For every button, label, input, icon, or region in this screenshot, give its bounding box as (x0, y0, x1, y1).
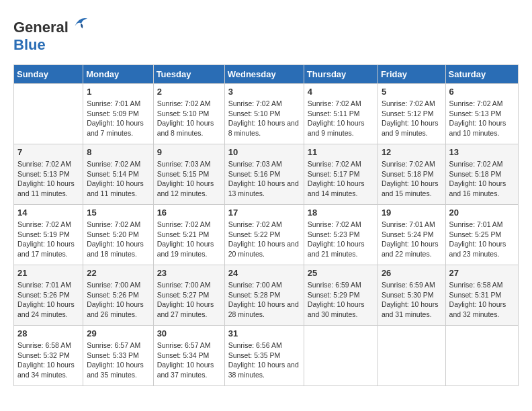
day-info: Sunrise: 7:02 AMSunset: 5:19 PMDaylight:… (17, 220, 79, 259)
day-number: 18 (308, 208, 374, 218)
day-number: 24 (228, 268, 300, 278)
calendar-cell: 12Sunrise: 7:02 AMSunset: 5:18 PMDayligh… (378, 144, 445, 205)
day-info: Sunrise: 7:02 AMSunset: 5:18 PMDaylight:… (449, 159, 515, 199)
day-info: Sunrise: 7:02 AMSunset: 5:17 PMDaylight:… (308, 159, 374, 199)
calendar-cell: 18Sunrise: 7:02 AMSunset: 5:23 PMDayligh… (304, 205, 378, 265)
calendar-cell: 15Sunrise: 7:02 AMSunset: 5:20 PMDayligh… (83, 205, 153, 265)
weekday-header-tuesday: Tuesday (153, 65, 224, 84)
day-number: 20 (449, 208, 515, 218)
day-info: Sunrise: 7:02 AMSunset: 5:20 PMDaylight:… (87, 220, 149, 259)
day-number: 15 (87, 208, 149, 218)
day-info: Sunrise: 7:02 AMSunset: 5:22 PMDaylight:… (228, 220, 300, 259)
day-info: Sunrise: 6:58 AMSunset: 5:32 PMDaylight:… (17, 340, 79, 380)
day-number: 3 (228, 87, 300, 97)
logo: General Blue (13, 13, 89, 54)
calendar-cell: 3Sunrise: 7:02 AMSunset: 5:10 PMDaylight… (224, 84, 304, 144)
day-info: Sunrise: 6:57 AMSunset: 5:34 PMDaylight:… (157, 340, 221, 380)
day-number: 14 (17, 208, 79, 218)
calendar-cell: 19Sunrise: 7:01 AMSunset: 5:24 PMDayligh… (378, 205, 445, 265)
day-info: Sunrise: 7:02 AMSunset: 5:11 PMDaylight:… (308, 99, 374, 138)
calendar-cell (304, 326, 378, 386)
calendar-cell: 26Sunrise: 6:59 AMSunset: 5:30 PMDayligh… (378, 265, 445, 326)
day-number: 25 (308, 268, 374, 278)
logo-bird-icon (70, 13, 89, 32)
page-header: General Blue (13, 13, 519, 54)
day-info: Sunrise: 7:02 AMSunset: 5:18 PMDaylight:… (382, 159, 442, 199)
day-number: 29 (87, 328, 149, 338)
day-number: 4 (308, 87, 374, 97)
weekday-header-saturday: Saturday (445, 65, 518, 84)
day-number: 6 (449, 87, 515, 97)
calendar-cell: 11Sunrise: 7:02 AMSunset: 5:17 PMDayligh… (304, 144, 378, 205)
calendar-cell: 29Sunrise: 6:57 AMSunset: 5:33 PMDayligh… (83, 326, 153, 386)
calendar-cell: 9Sunrise: 7:03 AMSunset: 5:15 PMDaylight… (153, 144, 224, 205)
day-info: Sunrise: 6:56 AMSunset: 5:35 PMDaylight:… (228, 340, 300, 380)
day-number: 1 (87, 87, 149, 97)
calendar-cell: 5Sunrise: 7:02 AMSunset: 5:12 PMDaylight… (378, 84, 445, 144)
calendar-cell: 20Sunrise: 7:01 AMSunset: 5:25 PMDayligh… (445, 205, 518, 265)
calendar-week-row: 1Sunrise: 7:01 AMSunset: 5:09 PMDaylight… (14, 84, 519, 144)
weekday-header-thursday: Thursday (304, 65, 378, 84)
calendar-cell: 25Sunrise: 6:59 AMSunset: 5:29 PMDayligh… (304, 265, 378, 326)
day-info: Sunrise: 7:00 AMSunset: 5:26 PMDaylight:… (87, 280, 149, 320)
day-info: Sunrise: 7:01 AMSunset: 5:24 PMDaylight:… (382, 220, 442, 259)
logo-text: General Blue (13, 13, 89, 54)
day-number: 27 (449, 268, 515, 278)
day-number: 7 (17, 147, 79, 157)
calendar-week-row: 28Sunrise: 6:58 AMSunset: 5:32 PMDayligh… (14, 326, 519, 386)
day-number: 31 (228, 328, 300, 338)
day-info: Sunrise: 7:02 AMSunset: 5:10 PMDaylight:… (228, 99, 300, 138)
day-number: 19 (382, 208, 442, 218)
calendar-cell: 23Sunrise: 7:00 AMSunset: 5:27 PMDayligh… (153, 265, 224, 326)
calendar-header-row: SundayMondayTuesdayWednesdayThursdayFrid… (14, 65, 519, 84)
calendar-week-row: 21Sunrise: 7:01 AMSunset: 5:26 PMDayligh… (14, 265, 519, 326)
day-info: Sunrise: 7:02 AMSunset: 5:14 PMDaylight:… (87, 159, 149, 199)
calendar-table: SundayMondayTuesdayWednesdayThursdayFrid… (13, 64, 519, 386)
day-info: Sunrise: 7:01 AMSunset: 5:26 PMDaylight:… (17, 280, 79, 320)
calendar-cell: 7Sunrise: 7:02 AMSunset: 5:13 PMDaylight… (14, 144, 83, 205)
calendar-cell: 10Sunrise: 7:03 AMSunset: 5:16 PMDayligh… (224, 144, 304, 205)
calendar-cell: 13Sunrise: 7:02 AMSunset: 5:18 PMDayligh… (445, 144, 518, 205)
day-number: 23 (157, 268, 221, 278)
day-info: Sunrise: 7:01 AMSunset: 5:25 PMDaylight:… (449, 220, 515, 259)
day-number: 21 (17, 268, 79, 278)
day-info: Sunrise: 6:57 AMSunset: 5:33 PMDaylight:… (87, 340, 149, 380)
calendar-cell: 4Sunrise: 7:02 AMSunset: 5:11 PMDaylight… (304, 84, 378, 144)
weekday-header-sunday: Sunday (14, 65, 83, 84)
logo-general: General (13, 19, 69, 36)
day-number: 12 (382, 147, 442, 157)
day-info: Sunrise: 7:02 AMSunset: 5:23 PMDaylight:… (308, 220, 374, 259)
day-info: Sunrise: 7:02 AMSunset: 5:12 PMDaylight:… (382, 99, 442, 138)
day-number: 10 (228, 147, 300, 157)
calendar-cell: 16Sunrise: 7:02 AMSunset: 5:21 PMDayligh… (153, 205, 224, 265)
day-info: Sunrise: 7:03 AMSunset: 5:15 PMDaylight:… (157, 159, 221, 199)
day-number: 16 (157, 208, 221, 218)
day-info: Sunrise: 6:58 AMSunset: 5:31 PMDaylight:… (449, 280, 515, 320)
calendar-cell: 1Sunrise: 7:01 AMSunset: 5:09 PMDaylight… (83, 84, 153, 144)
day-number: 22 (87, 268, 149, 278)
calendar-cell: 14Sunrise: 7:02 AMSunset: 5:19 PMDayligh… (14, 205, 83, 265)
logo-blue: Blue (13, 36, 46, 53)
day-number: 5 (382, 87, 442, 97)
weekday-header-monday: Monday (83, 65, 153, 84)
calendar-cell: 31Sunrise: 6:56 AMSunset: 5:35 PMDayligh… (224, 326, 304, 386)
day-info: Sunrise: 6:59 AMSunset: 5:30 PMDaylight:… (382, 280, 442, 320)
day-info: Sunrise: 7:00 AMSunset: 5:27 PMDaylight:… (157, 280, 221, 320)
day-info: Sunrise: 7:03 AMSunset: 5:16 PMDaylight:… (228, 159, 300, 199)
day-number: 13 (449, 147, 515, 157)
day-number: 17 (228, 208, 300, 218)
day-number: 26 (382, 268, 442, 278)
day-number: 8 (87, 147, 149, 157)
calendar-cell (378, 326, 445, 386)
day-info: Sunrise: 7:01 AMSunset: 5:09 PMDaylight:… (87, 99, 149, 138)
weekday-header-friday: Friday (378, 65, 445, 84)
day-info: Sunrise: 6:59 AMSunset: 5:29 PMDaylight:… (308, 280, 374, 320)
calendar-cell: 22Sunrise: 7:00 AMSunset: 5:26 PMDayligh… (83, 265, 153, 326)
calendar-cell: 8Sunrise: 7:02 AMSunset: 5:14 PMDaylight… (83, 144, 153, 205)
calendar-cell: 6Sunrise: 7:02 AMSunset: 5:13 PMDaylight… (445, 84, 518, 144)
weekday-header-wednesday: Wednesday (224, 65, 304, 84)
day-info: Sunrise: 7:02 AMSunset: 5:13 PMDaylight:… (449, 99, 515, 138)
day-info: Sunrise: 7:02 AMSunset: 5:21 PMDaylight:… (157, 220, 221, 259)
day-number: 2 (157, 87, 221, 97)
day-number: 9 (157, 147, 221, 157)
